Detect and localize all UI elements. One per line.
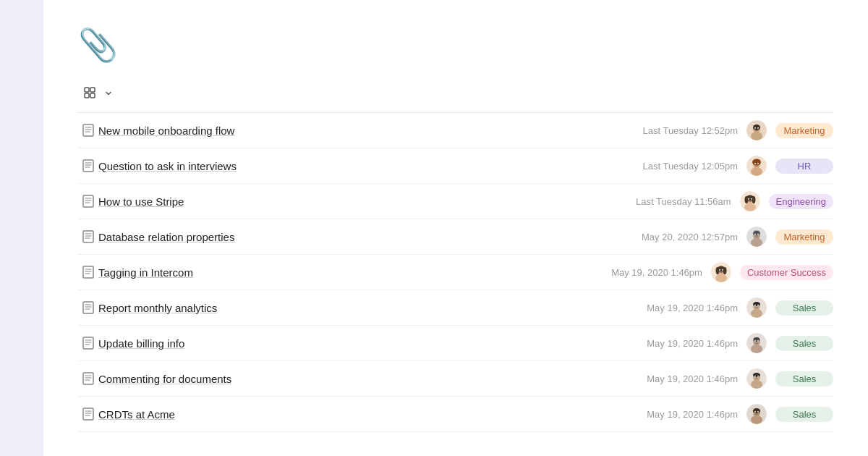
main-content: 📎 New mobile on [43,0,868,456]
doc-tag: Sales [775,371,833,387]
doc-date: May 20, 2020 12:57pm [615,232,738,242]
svg-point-115 [758,412,759,413]
doc-date: May 19, 2020 1:46pm [615,338,738,349]
doc-icon [78,195,98,208]
svg-point-26 [755,164,756,164]
doc-avatar [746,333,767,353]
doc-date: May 19, 2020 1:46pm [615,409,738,420]
svg-point-37 [744,203,756,211]
doc-row[interactable]: Commenting for documents May 19, 2020 1:… [78,361,833,397]
svg-point-78 [755,305,756,306]
svg-rect-1 [90,88,95,92]
svg-point-111 [751,415,762,424]
doc-row[interactable]: Update billing info May 19, 2020 1:46pm … [78,326,833,361]
doc-row[interactable]: CRDTs at Acme May 19, 2020 1:46pm Sales [78,397,833,432]
doc-date: May 19, 2020 1:46pm [579,267,702,278]
svg-point-40 [748,199,749,200]
svg-point-62 [723,267,726,274]
svg-point-91 [758,341,759,342]
doc-meta: Last Tuesday 11:56am Engineering [608,191,833,211]
svg-point-99 [751,380,762,389]
svg-point-87 [751,345,762,353]
svg-point-79 [758,305,759,306]
svg-point-74 [753,302,760,306]
svg-point-10 [753,124,760,130]
svg-point-36 [752,196,755,203]
svg-point-98 [753,373,760,377]
svg-point-90 [755,341,756,342]
doc-tag: Sales [775,300,833,316]
sidebar [0,0,43,456]
view-selector[interactable] [78,84,119,104]
svg-rect-28 [83,195,93,207]
toolbar [78,84,833,112]
page-header: 📎 [78,29,833,61]
svg-point-35 [744,196,748,203]
svg-point-103 [758,376,759,377]
doc-tag: HR [775,159,833,174]
doc-avatar [746,297,767,318]
svg-rect-4 [83,124,93,136]
doc-icon [78,337,98,350]
svg-point-23 [751,167,762,176]
doc-tag: Sales [775,407,833,422]
doc-name: Tagging in Intercom [98,266,579,279]
doc-avatar [746,120,767,140]
doc-tag: Sales [775,336,833,351]
doc-name: Database relation properties [98,231,615,243]
doc-name: Question to ask in interviews [98,160,615,172]
doc-meta: May 19, 2020 1:46pm Customer Success [579,262,833,282]
svg-point-48 [753,231,760,236]
doc-icon [78,266,98,279]
doc-date: Last Tuesday 12:52pm [615,125,738,136]
doc-tag: Engineering [769,194,833,209]
doc-icon [78,230,98,243]
svg-point-11 [751,132,762,140]
svg-rect-2 [85,93,89,98]
doc-icon [78,301,98,314]
doc-row[interactable]: Tagging in Intercom May 19, 2020 1:46pm … [78,255,833,290]
doc-tag: Marketing [775,229,833,245]
doc-avatar [746,227,767,247]
table-icon [84,87,95,101]
doc-avatar [746,368,767,389]
doc-date: Last Tuesday 12:05pm [615,161,738,172]
doc-meta: Last Tuesday 12:52pm Marketing [615,120,833,140]
doc-row[interactable]: New mobile onboarding flow Last Tuesday … [78,113,833,148]
doc-row[interactable]: Database relation properties May 20, 202… [78,219,833,255]
doc-meta: May 19, 2020 1:46pm Sales [615,404,833,424]
doc-meta: May 20, 2020 12:57pm Marketing [615,227,833,247]
svg-point-102 [755,376,756,377]
doc-avatar [746,156,767,176]
doc-name: New mobile onboarding flow [98,124,615,137]
doc-meta: May 19, 2020 1:46pm Sales [615,368,833,389]
svg-rect-16 [83,160,93,172]
svg-rect-104 [83,408,93,420]
svg-point-49 [751,238,762,247]
svg-point-114 [755,412,756,413]
docs-list: New mobile onboarding flow Last Tuesday … [78,113,833,432]
svg-point-67 [722,270,723,271]
doc-row[interactable]: Report monthly analytics May 19, 2020 1:… [78,290,833,326]
svg-rect-0 [85,88,89,92]
doc-row[interactable]: Question to ask in interviews Last Tuesd… [78,148,833,184]
doc-meta: May 19, 2020 1:46pm Sales [615,333,833,353]
svg-point-15 [758,128,759,129]
svg-point-86 [754,337,760,342]
doc-name: Report monthly analytics [98,302,615,314]
svg-point-14 [755,128,756,129]
svg-point-66 [719,270,720,271]
svg-rect-80 [83,337,93,349]
svg-rect-54 [83,266,93,278]
doc-icon [78,159,98,172]
doc-row[interactable]: How to use Stripe Last Tuesday 11:56am E… [78,184,833,219]
doc-name: CRDTs at Acme [98,408,615,421]
svg-point-63 [715,274,727,282]
svg-point-53 [758,235,759,235]
doc-icon [78,372,98,385]
doc-date: May 19, 2020 1:46pm [615,373,738,384]
svg-point-27 [758,164,759,164]
doc-name: How to use Stripe [98,195,608,208]
doc-name: Commenting for documents [98,373,615,385]
chevron-down-icon [104,88,113,100]
